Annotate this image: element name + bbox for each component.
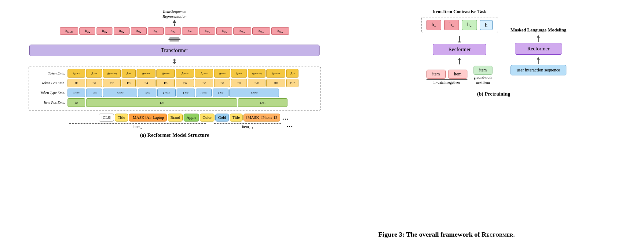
repr-arrow <box>173 20 176 26</box>
right-panel: Item-Item Contrastive Task h− h− h+ h <box>340 6 635 241</box>
cell-b11: B11 <box>266 79 285 87</box>
token-title2: Title <box>230 114 243 122</box>
item-neg-1: item <box>426 70 446 79</box>
figure-caption: Figure 3: The overall framework of Recfo… <box>379 231 515 238</box>
token-pos-cells: B0 B1 B2 B3 B4 B5 B6 B7 B8 B9 B10 B11 B1… <box>68 79 298 87</box>
hw8-box: hW₈ <box>199 27 215 35</box>
token-type-cells: C[CLS] CKey CValue CKey CValue CKey CVal… <box>68 89 279 97</box>
recformer-contrastive: Recformer <box>433 44 486 55</box>
uis-box: user interaction sequence <box>510 65 567 75</box>
item-neg-2: item <box>448 70 467 79</box>
token-mask-iphone: [MASK] iPhone 13 <box>243 114 280 122</box>
cell-c-key4: CKey <box>213 89 229 97</box>
mlm-column: Masked Language Modeling Recformer user … <box>510 27 567 75</box>
h-minus-2: h− <box>444 20 459 30</box>
h-boxes-dashed: h− h− h+ h <box>421 17 498 33</box>
cell-b12: B12 <box>286 79 298 87</box>
token-type-emb-row: Token Type Emb. C[CLS] CKey CValue CKey … <box>31 89 318 97</box>
figure-caption-text: Figure 3: The overall framework of <box>379 231 480 238</box>
repr-label: Item/SequenceRepresentation <box>163 9 186 19</box>
arrow-up-recformer2 <box>537 35 540 42</box>
token-brand: Brand <box>168 114 183 122</box>
cell-b9: B9 <box>231 79 247 87</box>
h-vector-row: h[CLS] hW₁ hW₂ hW₃ hW₄ hW₅ hW₆ hW₇ hW₈ h… <box>60 27 289 35</box>
in-batch-label: in-batch negatives <box>434 80 460 85</box>
cell-b8: B8 <box>214 79 230 87</box>
cell-b0: B0 <box>68 79 85 87</box>
subfig-caption-right: (b) Pretraining <box>477 91 510 97</box>
token-emb-row: Token Emb. A[CLS] ATitle A[MASK] AAir AL… <box>31 69 318 78</box>
token-sequence-row: [CLS] Title [MASK] Air Laptop Brand Appl… <box>99 114 290 122</box>
embeddings-section: Token Emb. A[CLS] ATitle A[MASK] AAir AL… <box>28 67 321 111</box>
h-box: h <box>480 20 493 30</box>
item-pos: item <box>474 66 493 75</box>
svg-marker-6 <box>173 62 176 64</box>
cell-a-laptop: ALaptop <box>137 69 156 78</box>
token-title: Title <box>115 114 128 122</box>
token-color: Color <box>200 114 214 122</box>
cell-b2: B2 <box>103 79 121 87</box>
cell-b1: B1 <box>86 79 102 87</box>
token-pos-label: Token Pos Emb. <box>31 81 68 85</box>
item-pos-label: Item Pos Emb. <box>31 100 68 105</box>
item-pos-emb-row: Item Pos Emb. D0 Dn Dn-1 <box>31 98 318 107</box>
token-gold: Gold <box>215 114 229 122</box>
contrastive-title: Item-Item Contrastive Task <box>432 9 487 14</box>
hw6-box: hW₆ <box>165 27 181 35</box>
hw10-box: hW₁₀ <box>233 27 251 35</box>
neg-items-group: item item in-batch negatives <box>426 70 467 85</box>
cell-a-gold2: AGold <box>231 69 247 78</box>
token-mask-air-laptop: [MASK] Air Laptop <box>129 114 167 122</box>
token-emb-label: Token Emb. <box>31 71 68 76</box>
cell-c-val4: CValue <box>229 89 279 97</box>
cell-b4: B4 <box>137 79 156 87</box>
double-arrow-2 <box>168 59 181 65</box>
h-cls-box: h[CLS] <box>60 27 78 35</box>
cell-a-gold: AGold <box>214 69 230 78</box>
h-minus-1: h− <box>426 20 441 30</box>
item-n1-label: itemn−1 <box>242 124 253 130</box>
double-arrow <box>168 37 181 43</box>
cell-b6: B6 <box>176 79 194 87</box>
h-plus: h+ <box>462 20 477 30</box>
transformer-label: Transformer <box>161 47 188 54</box>
arrow-up-uis <box>537 57 540 64</box>
cell-c-key1: CKey <box>86 89 102 97</box>
arrows-to-recformer <box>458 36 461 42</box>
cell-a-cls: A[CLS] <box>68 69 85 78</box>
token-type-label: Token Type Emb. <box>31 91 68 95</box>
svg-marker-5 <box>173 59 176 60</box>
cell-c-val3: CValue <box>196 89 212 97</box>
cell-a-mask: A[MASK] <box>103 69 121 78</box>
contrastive-column: Item-Item Contrastive Task h− h− h+ h <box>421 9 498 86</box>
cell-dn-1: Dn-1 <box>238 98 287 107</box>
dots-2: … <box>287 122 293 129</box>
cell-b5: B5 <box>156 79 175 87</box>
hw1-box: hW₁ <box>79 27 95 35</box>
item-n-label: itemn <box>134 124 142 130</box>
token-emb-cells: A[CLS] ATitle A[MASK] AAir ALaptop ABran… <box>68 69 298 78</box>
cell-c-val1: CValue <box>103 89 137 97</box>
hw12-box: hW₁₂ <box>271 27 289 35</box>
cell-b7: B7 <box>195 79 213 87</box>
hw3-box: hW₃ <box>114 27 130 35</box>
cell-c-key3: CKey <box>177 89 195 97</box>
dots: … <box>281 114 290 121</box>
cell-a-iphone: AiPhone <box>266 69 285 78</box>
cell-c-key2: CKey <box>138 89 156 97</box>
right-full-layout: Item-Item Contrastive Task h− h− h+ h <box>353 9 635 86</box>
item-pos-cells: D0 Dn Dn-1 <box>68 98 287 107</box>
left-panel: Item/SequenceRepresentation h[CLS] hW₁ h… <box>9 6 340 241</box>
token-pos-emb-row: Token Pos Emb. B0 B1 B2 B3 B4 B5 B6 B7 B… <box>31 79 318 87</box>
subfig-caption-left: (a) Recformer Model Structure <box>140 132 209 138</box>
mlm-title: Masked Language Modeling <box>510 27 566 33</box>
hw4-box: hW₄ <box>131 27 147 35</box>
svg-marker-3 <box>179 38 181 41</box>
hw9-box: hW₉ <box>216 27 232 35</box>
cell-c-cls: C[CLS] <box>68 89 85 97</box>
ground-truth-label: ground-truthnext item <box>474 75 492 85</box>
transformer-box: Transformer <box>29 45 320 56</box>
cell-a-air: AAir <box>122 69 136 78</box>
hw7-box: hW₇ <box>182 27 198 35</box>
cell-a-brand: ABrand <box>156 69 175 78</box>
